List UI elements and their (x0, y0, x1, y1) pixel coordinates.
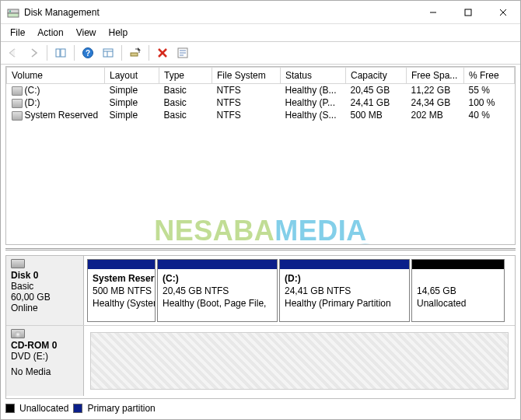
disk-title: Disk 0 (11, 270, 79, 281)
partition-stripe (88, 260, 155, 269)
disk-row[interactable]: CD-ROM 0 DVD (E:) No Media (6, 326, 515, 396)
cell-layout: Simple (105, 96, 159, 109)
cdrom-empty (90, 332, 509, 390)
volume-name: (C:) (25, 85, 40, 96)
disk-size: 60,00 GB (11, 292, 79, 303)
partition-stripe (412, 260, 504, 269)
cell-type: Basic (159, 96, 212, 109)
maximize-button[interactable] (450, 1, 485, 24)
partition-stripe (280, 260, 409, 269)
partition[interactable]: (C:)20,45 GB NTFSHealthy (Boot, Page Fil… (157, 259, 278, 322)
partition-stripe (158, 260, 277, 269)
menu-view[interactable]: View (70, 26, 103, 40)
action-button[interactable] (126, 44, 145, 62)
cdrom-title: CD-ROM 0 (11, 340, 79, 351)
volume-icon (12, 86, 23, 96)
close-button[interactable] (485, 1, 520, 24)
svg-rect-11 (103, 49, 113, 57)
cell-pfree: 40 % (464, 109, 515, 121)
partition-label: (D:)24,41 GB NTFSHealthy (Primary Partit… (280, 269, 409, 313)
disk-row[interactable]: Disk 0 Basic 60,00 GB Online System Rese… (6, 256, 515, 326)
table-row[interactable]: (C:)SimpleBasicNTFSHealthy (B...20,45 GB… (7, 84, 515, 97)
disk-icon (11, 259, 25, 268)
cell-capacity: 24,41 GB (346, 96, 407, 109)
legend: Unallocated Primary partition (5, 401, 516, 416)
cell-fs: NTFS (212, 96, 281, 109)
legend-swatch-unallocated (5, 404, 15, 413)
partition-label: 14,65 GBUnallocated (412, 269, 504, 313)
menu-help[interactable]: Help (103, 26, 135, 40)
cell-type: Basic (159, 109, 212, 121)
svg-rect-14 (131, 53, 138, 56)
legend-swatch-primary (73, 404, 82, 413)
legend-label-unallocated: Unallocated (19, 403, 68, 414)
partition[interactable]: 14,65 GBUnallocated (411, 259, 505, 322)
cell-status: Healthy (S... (281, 109, 346, 121)
cdrom-header[interactable]: CD-ROM 0 DVD (E:) No Media (6, 326, 84, 396)
cell-free: 11,22 GB (407, 84, 464, 97)
back-button[interactable] (4, 44, 23, 62)
cdrom-state: No Media (11, 366, 79, 377)
cell-fs: NTFS (212, 84, 281, 97)
col-pfree[interactable]: % Free (464, 68, 515, 84)
volume-table[interactable]: Volume Layout Type File System Status Ca… (6, 67, 515, 121)
cell-capacity: 20,45 GB (346, 84, 407, 97)
window-title: Disk Management (24, 7, 100, 18)
volume-name: System Reserved (25, 110, 99, 121)
disk-management-window: Disk Management File Action View Help (0, 0, 521, 420)
cell-layout: Simple (105, 84, 159, 97)
cell-status: Healthy (P... (281, 96, 346, 109)
forward-button[interactable] (24, 44, 43, 62)
disk-header[interactable]: Disk 0 Basic 60,00 GB Online (6, 256, 84, 325)
svg-rect-2 (9, 10, 11, 12)
partition-label: (C:)20,45 GB NTFSHealthy (Boot, Page Fil… (158, 269, 277, 313)
col-volume[interactable]: Volume (7, 68, 105, 84)
minimize-button[interactable] (415, 1, 450, 24)
svg-text:?: ? (86, 49, 90, 58)
menu-file[interactable]: File (4, 26, 31, 40)
partition[interactable]: (D:)24,41 GB NTFSHealthy (Primary Partit… (279, 259, 410, 322)
volume-name: (D:) (25, 97, 40, 108)
toolbar: ? (1, 42, 520, 64)
help-button[interactable]: ? (79, 44, 97, 62)
view-toggle-button[interactable] (51, 44, 70, 62)
cell-status: Healthy (B... (281, 84, 346, 97)
col-layout[interactable]: Layout (105, 68, 159, 84)
cell-free: 24,34 GB (407, 96, 464, 109)
col-fs[interactable]: File System (212, 68, 281, 84)
cdrom-type: DVD (E:) (11, 351, 79, 362)
partition-label: System Reserved500 MB NTFSHealthy (Syste… (88, 269, 155, 313)
table-row[interactable]: (D:)SimpleBasicNTFSHealthy (P...24,41 GB… (7, 96, 515, 109)
app-icon (7, 6, 19, 19)
disk-map-pane[interactable]: Disk 0 Basic 60,00 GB Online System Rese… (5, 255, 516, 399)
svg-rect-7 (56, 49, 60, 57)
col-capacity[interactable]: Capacity (346, 68, 407, 84)
col-free[interactable]: Free Spa... (407, 68, 464, 84)
svg-rect-1 (8, 13, 19, 17)
volume-list-pane[interactable]: Volume Layout Type File System Status Ca… (5, 66, 516, 245)
cell-type: Basic (159, 84, 212, 97)
col-type[interactable]: Type (159, 68, 212, 84)
svg-rect-8 (61, 49, 65, 57)
cell-pfree: 100 % (464, 96, 515, 109)
delete-button[interactable] (153, 44, 172, 62)
legend-label-primary: Primary partition (87, 403, 155, 414)
properties-button[interactable] (173, 44, 192, 62)
watermark: NESABAMEDIA (154, 215, 367, 245)
table-header-row[interactable]: Volume Layout Type File System Status Ca… (7, 68, 515, 84)
partition[interactable]: System Reserved500 MB NTFSHealthy (Syste… (87, 259, 156, 322)
pane-splitter[interactable] (5, 248, 516, 254)
svg-rect-4 (465, 9, 471, 16)
title-bar[interactable]: Disk Management (1, 1, 520, 24)
disk-type: Basic (11, 281, 79, 292)
settings-view-button[interactable] (99, 44, 117, 62)
cell-layout: Simple (105, 109, 159, 121)
cdrom-icon (11, 329, 25, 338)
volume-icon (12, 99, 23, 108)
cell-fs: NTFS (212, 109, 281, 121)
cell-free: 202 MB (407, 109, 464, 121)
col-status[interactable]: Status (281, 68, 346, 84)
table-row[interactable]: System ReservedSimpleBasicNTFSHealthy (S… (7, 109, 515, 121)
menu-action[interactable]: Action (31, 26, 69, 40)
cell-pfree: 55 % (464, 84, 515, 97)
